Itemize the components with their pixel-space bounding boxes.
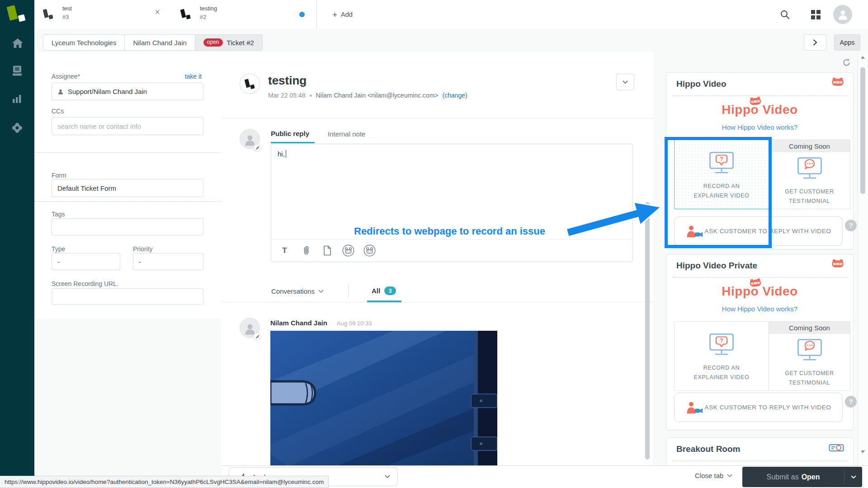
text-format-icon[interactable]: T [278,244,291,257]
conversation-count-badge: 3 [384,286,396,295]
close-tab-dropdown[interactable]: Close tab [695,472,732,479]
assignee-field[interactable]: Support/Nilam Chand Jain [52,83,203,100]
form-value: Default Ticket Form [57,184,116,192]
agent-badge-icon [253,144,261,152]
tab-number: #2 [200,14,206,20]
status-badge: open [203,38,223,47]
projector-icon [829,442,844,453]
type-select[interactable]: - [52,253,120,270]
message-image-attachment[interactable] [270,331,497,465]
ticket-title: testing [268,74,307,88]
chevron-down-icon [318,290,324,293]
coming-soon-badge: Coming Soon [769,140,850,152]
record-explainer-video-card[interactable]: ? RECORD ANEXPLAINER VIDEO [674,321,769,391]
dotted-divider [673,460,847,461]
hippo-video-record-icon[interactable] [342,244,354,257]
sidebar-scrollbar[interactable] [858,52,868,465]
chevron-down-icon [851,475,856,479]
priority-select[interactable]: - [133,253,203,270]
priority-value: - [139,258,141,266]
ticket-tab-test[interactable]: test #3 × [34,0,172,28]
ticket-tab-testing[interactable]: testing #2 [172,0,317,28]
breadcrumb: Lyceum Technologies Nilam Chand Jain ope… [43,34,263,51]
search-icon[interactable] [780,9,790,19]
ticket-requester: Nilam Chand Jain <nilam@lyceuminc.com> [316,92,439,99]
apps-sidebar: Hippo Video Hippo Video How Hippo Video … [653,52,858,465]
how-it-works-link[interactable]: How Hippo Video works? [666,305,853,313]
type-value: - [57,258,60,266]
conversations-dropdown[interactable]: Conversations [271,287,324,295]
header-divider [222,118,653,119]
plus-icon: + [332,10,337,19]
form-select[interactable]: Default Ticket Form [52,179,203,197]
ticket-subtitle: Mar 22 05:48 Nilam Chand Jain <nilam@lyc… [268,92,467,99]
ticket-timestamp: Mar 22 05:48 [268,92,306,99]
card-label: GET CUSTOMERTESTIMONIAL [785,187,834,206]
home-icon[interactable] [11,38,24,49]
take-it-link[interactable]: take it [185,73,202,80]
chevron-down-icon [385,475,390,479]
scrollbar-thumb[interactable] [860,67,865,194]
svg-text:?: ? [720,337,723,344]
ccs-input[interactable] [52,117,203,135]
reports-icon[interactable] [11,93,24,105]
tab-public-reply[interactable]: Public reply [271,130,309,137]
get-customer-testimonial-card[interactable]: Coming Soon GET CUSTOMERTESTIMONIAL [769,140,850,209]
collapse-header-button[interactable] [616,74,634,90]
scroll-down-icon[interactable] [860,450,865,454]
change-requester-link[interactable]: (change) [442,92,467,99]
text-cursor [286,150,287,158]
button-label: ASK CUSTOMER TO REPLY WITH VIDEO [703,228,842,235]
next-ticket-button[interactable] [804,34,826,51]
monitor-question-icon: ? [708,151,735,174]
zendesk-logo-icon[interactable] [6,4,28,26]
ticket-main-panel: testing Mar 22 05:48 Nilam Chand Jain <n… [222,52,654,465]
breadcrumb-requester[interactable]: Nilam Chand Jain [124,34,195,51]
dotted-divider [34,201,221,202]
hippo-video-library-icon[interactable] [363,244,376,257]
user-avatar[interactable] [833,5,852,24]
annotation-arrow [561,199,667,249]
ask-customer-reply-video-button[interactable]: ASK CUSTOMER TO REPLY WITH VIDEO [674,393,843,422]
settings-gear-icon[interactable] [11,122,24,134]
chevron-down-icon [727,474,732,478]
priority-label: Priority [133,245,153,253]
apps-toggle-button[interactable]: Apps [834,34,860,51]
message-timestamp: Aug 09 10:33 [337,320,372,327]
attachment-paperclip-icon[interactable] [300,244,312,257]
agent-workspace: test #3 × testing #2 + Add Lyceum Techno… [0,0,868,488]
unsaved-dot-indicator [299,12,305,17]
hippo-video-private-panel: Hippo Video Private Hippo Video How Hipp… [666,254,854,430]
hippo-head-icon [749,96,762,107]
screen-recording-url-input[interactable] [52,288,203,305]
close-tab-icon[interactable]: × [155,7,160,16]
record-explainer-video-card[interactable]: ? RECORD ANEXPLAINER VIDEO [674,140,769,209]
card-label: RECORD ANEXPLAINER VIDEO [693,363,749,382]
form-label: Form [52,172,66,179]
ask-customer-reply-video-button[interactable]: ASK CUSTOMER TO REPLY WITH VIDEO [674,216,843,246]
submit-as-open-button[interactable]: Submit as Open [742,467,844,487]
screen-recording-url-label: Screen Recording URL. [52,280,118,287]
scroll-up-icon[interactable] [860,56,865,59]
active-filter-underline [367,300,401,302]
tab-internal-note[interactable]: Internal note [328,130,365,138]
ccs-label: CCs [52,108,64,115]
submit-options-caret[interactable] [844,467,862,487]
add-tab-button[interactable]: + Add [332,8,353,21]
filter-tab-all[interactable]: All 3 [372,286,396,295]
person-camera-icon [685,225,703,238]
breadcrumb-ticket[interactable]: open Ticket #2 [195,34,263,51]
help-icon[interactable]: ? [845,396,857,408]
refresh-apps-icon[interactable] [842,58,851,67]
help-icon[interactable]: ? [845,220,857,231]
how-it-works-link[interactable]: How Hippo Video works? [666,123,853,131]
breadcrumb-org[interactable]: Lyceum Technologies [43,34,125,51]
hippo-head-icon [749,278,762,289]
document-icon[interactable] [321,244,333,257]
views-icon[interactable] [11,65,24,76]
get-customer-testimonial-card[interactable]: Coming Soon GET CUSTOMERTESTIMONIAL [769,321,850,391]
tags-label: Tags [52,211,65,218]
person-icon [57,89,64,95]
tags-input[interactable] [52,218,203,235]
apps-grid-icon[interactable] [811,10,821,19]
